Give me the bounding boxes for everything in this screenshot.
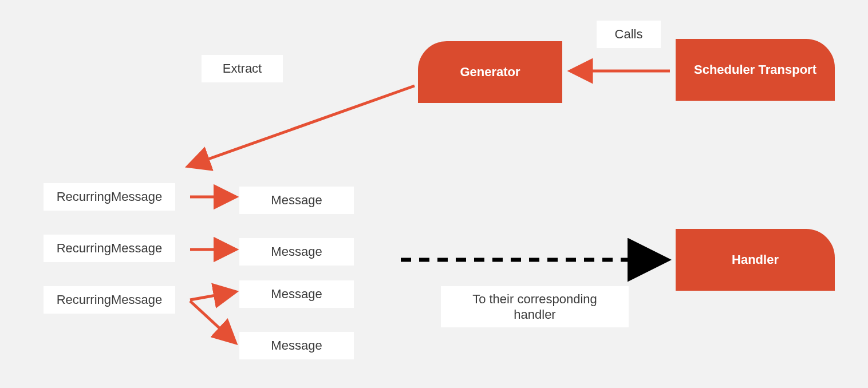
label-text: Calls bbox=[615, 27, 643, 42]
message-box: Message bbox=[239, 280, 354, 308]
label-text: Extract bbox=[223, 61, 262, 76]
node-scheduler-transport: Scheduler Transport bbox=[676, 39, 835, 101]
node-label: Generator bbox=[460, 65, 520, 80]
recurring-message-box: RecurringMessage bbox=[44, 183, 175, 211]
label-text: Message bbox=[271, 287, 322, 302]
arrow-row3b bbox=[190, 301, 235, 342]
label-text: RecurringMessage bbox=[57, 241, 163, 256]
label-text-line1: To their corresponding bbox=[472, 291, 597, 307]
node-label: Scheduler Transport bbox=[694, 62, 816, 77]
label-calls: Calls bbox=[597, 21, 661, 48]
recurring-message-box: RecurringMessage bbox=[44, 286, 175, 314]
label-text: RecurringMessage bbox=[57, 292, 163, 307]
node-handler: Handler bbox=[676, 229, 835, 291]
node-label: Handler bbox=[732, 252, 779, 267]
node-generator: Generator bbox=[418, 41, 562, 103]
label-text: Message bbox=[271, 244, 322, 259]
arrow-extract bbox=[189, 86, 415, 166]
message-box: Message bbox=[239, 238, 354, 266]
recurring-message-box: RecurringMessage bbox=[44, 235, 175, 262]
arrow-row3a bbox=[190, 292, 235, 300]
message-box: Message bbox=[239, 187, 354, 214]
label-text-line2: handler bbox=[514, 307, 555, 323]
label-to-handler: To their corresponding handler bbox=[441, 286, 629, 327]
label-text: RecurringMessage bbox=[57, 189, 163, 204]
message-box: Message bbox=[239, 332, 354, 359]
label-text: Message bbox=[271, 193, 322, 208]
label-text: Message bbox=[271, 338, 322, 353]
label-extract: Extract bbox=[202, 55, 283, 82]
